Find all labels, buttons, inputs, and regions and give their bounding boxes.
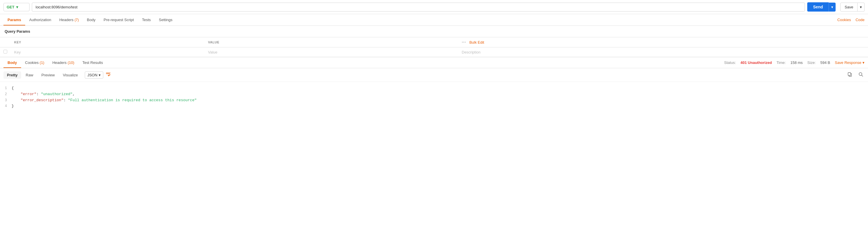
send-dropdown-button[interactable]: ▾ [829, 3, 836, 11]
cookies-badge: (1) [40, 61, 44, 65]
response-tabs: Body Cookies (1) Headers (10) Test Resul… [3, 57, 107, 68]
save-response-button[interactable]: Save Response ▾ [835, 61, 865, 65]
search-button[interactable] [857, 71, 865, 79]
response-tab-test-results[interactable]: Test Results [79, 57, 107, 68]
code-content-2: "error": "unauthorized", [11, 91, 868, 98]
body-toolbar-right [846, 71, 865, 79]
response-tabs-bar: Body Cookies (1) Headers (10) Test Resul… [0, 57, 868, 68]
svg-rect-1 [848, 73, 850, 75]
url-input[interactable]: localhost:8096/demo/test [32, 3, 805, 11]
response-status: Status: 401 Unauthorized Time: 158 ms Si… [724, 61, 865, 65]
tab-settings[interactable]: Settings [155, 14, 177, 26]
top-bar: GET ▾ localhost:8096/demo/test Send ▾ Sa… [0, 0, 868, 14]
send-btn-group: Send ▾ [807, 2, 836, 11]
line-num-2: 2 [0, 92, 11, 97]
tab-headers[interactable]: Headers (7) [55, 14, 83, 26]
tab-params[interactable]: Params [3, 14, 25, 26]
params-placeholder-row: Key Value Description [0, 47, 868, 57]
cookies-link[interactable]: Cookies [837, 18, 851, 22]
format-selector[interactable]: JSON ▾ [85, 71, 103, 79]
tab-tests[interactable]: Tests [138, 14, 155, 26]
svg-line-3 [862, 75, 863, 76]
key-cell[interactable]: Key [11, 47, 205, 57]
response-tab-cookies[interactable]: Cookies (1) [21, 57, 48, 68]
bulk-edit-button[interactable]: Bulk Edit [469, 40, 484, 44]
body-toolbar: Pretty Raw Preview Visualize JSON ▾ [0, 68, 868, 82]
response-tab-headers[interactable]: Headers (10) [48, 57, 79, 68]
row-checkbox-cell [0, 47, 11, 57]
headers-badge: (7) [75, 18, 79, 22]
body-tab-raw[interactable]: Raw [22, 71, 37, 79]
body-tab-preview[interactable]: Preview [38, 71, 58, 79]
code-content-4: } [11, 103, 868, 109]
method-value: GET [7, 5, 14, 9]
th-checkbox [0, 37, 11, 47]
th-description: ··· Bulk Edit [458, 37, 868, 47]
row-checkbox[interactable] [3, 50, 7, 54]
params-table: KEY VALUE ··· Bulk Edit Key Value Descri… [0, 37, 868, 57]
body-tab-pretty[interactable]: Pretty [3, 71, 21, 79]
th-key: KEY [11, 37, 205, 47]
value-cell[interactable]: Value [205, 47, 458, 57]
three-dots-icon[interactable]: ··· [462, 40, 466, 44]
request-tabs-bar: Params Authorization Headers (7) Body Pr… [0, 14, 868, 26]
save-dropdown-button[interactable]: ▾ [858, 3, 865, 11]
line-num-4: 4 [0, 104, 11, 109]
svg-point-2 [859, 73, 862, 75]
tab-authorization[interactable]: Authorization [25, 14, 55, 26]
wrap-icon[interactable] [105, 72, 111, 78]
size-value: 594 B [820, 61, 830, 65]
code-content-1: { [11, 85, 868, 91]
format-value: JSON [87, 73, 97, 77]
code-line-1: 1 { [0, 85, 868, 91]
description-cell[interactable]: Description [458, 47, 868, 57]
tab-body[interactable]: Body [83, 14, 99, 26]
status-value: 401 Unauthorized [740, 61, 772, 65]
time-value: 158 ms [790, 61, 803, 65]
save-response-dropdown-icon: ▾ [863, 61, 865, 65]
status-label: Status: [724, 61, 736, 65]
code-content-3: "error_description": "Full authenticatio… [11, 98, 868, 104]
copy-button[interactable] [846, 71, 854, 79]
format-dropdown-icon: ▾ [99, 73, 101, 77]
query-params-section: Query Params KEY VALUE ··· Bulk Edit Key… [0, 26, 868, 57]
method-dropdown-icon: ▾ [16, 5, 18, 9]
time-label: Time: [777, 61, 786, 65]
line-num-1: 1 [0, 86, 11, 91]
response-headers-badge: (10) [68, 61, 74, 65]
params-table-header: KEY VALUE ··· Bulk Edit [0, 37, 868, 47]
code-link[interactable]: Code [856, 18, 865, 22]
save-btn-group: Save ▾ [840, 3, 865, 11]
th-value: VALUE [205, 37, 458, 47]
code-line-4: 4 } [0, 103, 868, 109]
tab-pre-request[interactable]: Pre-request Script [99, 14, 138, 26]
save-response-label: Save Response [835, 61, 861, 65]
line-num-3: 3 [0, 98, 11, 103]
response-tab-body[interactable]: Body [3, 57, 21, 68]
top-right-links: Cookies Code [837, 18, 865, 22]
code-line-2: 2 "error": "unauthorized", [0, 91, 868, 98]
query-params-title: Query Params [0, 26, 868, 37]
body-tab-visualize[interactable]: Visualize [59, 71, 81, 79]
method-selector[interactable]: GET ▾ [3, 3, 30, 11]
save-button[interactable]: Save [840, 3, 858, 11]
send-button[interactable]: Send [807, 2, 829, 11]
size-label: Size: [807, 61, 816, 65]
code-line-3: 3 "error_description": "Full authenticat… [0, 98, 868, 104]
response-code-view: 1 { 2 "error": "unauthorized", 3 "error_… [0, 82, 868, 113]
